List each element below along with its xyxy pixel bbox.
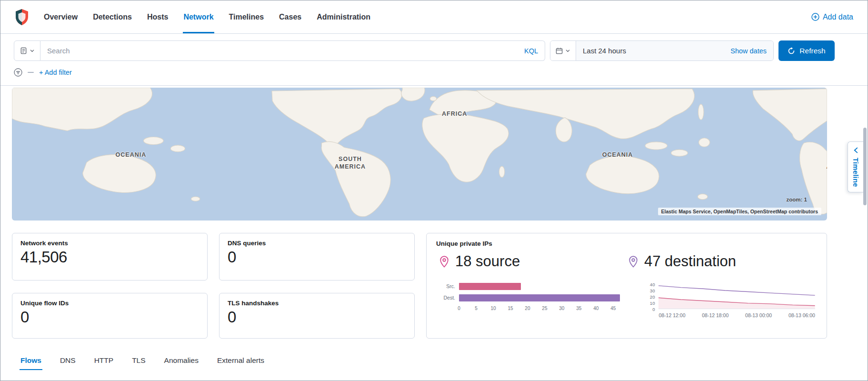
ip-line-yaxis-tick: 40 (650, 282, 655, 287)
ip-line-svg (658, 281, 815, 309)
security-logo[interactable] (15, 9, 29, 26)
filter-icon[interactable] (14, 68, 22, 77)
source-ips-stat: 18 source (439, 253, 628, 270)
ip-bar-axis-tick: 0 (458, 306, 460, 311)
ip-bar (459, 283, 521, 290)
network-tabs: Flows DNS HTTP TLS Anomalies External al… (12, 354, 827, 370)
chevron-left-icon (853, 147, 858, 153)
tab-tls[interactable]: TLS (131, 354, 146, 370)
nav-item-administration[interactable]: Administration (316, 0, 371, 33)
ip-bar (459, 294, 620, 301)
ip-line-yaxis-tick: 30 (650, 288, 655, 293)
network-map[interactable]: OCEANIASOUTH AMERICAAFRICAOCEANIASOUTH A… (12, 88, 827, 221)
ip-bar-category-label: Src. (438, 283, 455, 290)
nav-item-detections[interactable]: Detections (92, 0, 132, 33)
ip-line-xaxis: 08-12 12:0008-12 18:0008-13 00:0008-13 0… (658, 312, 815, 318)
card-title: TLS handshakes (228, 300, 406, 307)
filter-row: + Add filter (14, 67, 835, 78)
tab-dns[interactable]: DNS (59, 354, 77, 370)
source-ips-value: 18 (455, 253, 471, 270)
tls-handshakes-value: 0 (228, 308, 406, 326)
ip-bar-axis-tick: 25 (542, 306, 547, 311)
network-page: OCEANIASOUTH AMERICAAFRICAOCEANIASOUTH A… (0, 86, 868, 370)
filter-divider (28, 72, 34, 73)
source-ips-label: source (476, 253, 520, 270)
unique-ips-bar-chart: Src.Dest. 051015202530354045 (438, 281, 623, 318)
main-nav: Overview Detections Hosts Network Timeli… (43, 0, 371, 33)
search-box: KQL (40, 40, 545, 61)
ip-line-xaxis-tick: 08-12 12:00 (658, 312, 685, 318)
plus-in-circle-icon (811, 13, 819, 21)
unique-flow-ids-value: 0 (20, 308, 199, 326)
map-region-label: SOUTH AMERICA (330, 156, 370, 170)
card-title: DNS queries (228, 240, 406, 247)
date-picker: Last 24 hours Show dates (550, 40, 774, 61)
date-range-display[interactable]: Last 24 hours Show dates (576, 41, 773, 60)
ip-bar-axis-tick: 5 (475, 306, 478, 311)
kpi-cards: Network events 41,506 DNS queries 0 Uniq… (12, 233, 827, 339)
ip-bar-axis-tick: 15 (508, 306, 513, 311)
ip-bar-axis-tick: 20 (525, 306, 530, 311)
network-events-card: Network events 41,506 (12, 233, 208, 281)
destination-pin-icon (628, 255, 639, 268)
ip-line-xaxis-tick: 08-13 00:00 (745, 312, 772, 318)
add-filter-button[interactable]: + Add filter (39, 69, 72, 76)
tab-anomalies[interactable]: Anomalies (163, 354, 200, 370)
chevron-down-icon (30, 48, 35, 53)
tab-http[interactable]: HTTP (93, 354, 114, 370)
top-navigation: Overview Detections Hosts Network Timeli… (0, 0, 868, 34)
ip-line-plot (658, 281, 815, 309)
source-pin-icon (439, 255, 449, 268)
time-range-label: Last 24 hours (583, 47, 626, 55)
query-language-button[interactable]: KQL (524, 47, 538, 55)
nav-item-hosts[interactable]: Hosts (147, 0, 169, 33)
refresh-button[interactable]: Refresh (778, 40, 835, 61)
dns-queries-value: 0 (228, 248, 406, 266)
map-region-label: OCEANIA (116, 151, 147, 159)
refresh-icon (788, 47, 795, 55)
unique-ips-line-chart: 403020100 08-12 12:0008-12 18:0008-13 00… (643, 281, 815, 318)
ip-bar-axis-tick: 35 (576, 306, 581, 311)
card-title: Unique private IPs (436, 240, 817, 247)
ip-bar-axis-tick: 30 (559, 306, 564, 311)
tab-flows[interactable]: Flows (20, 354, 42, 370)
security-shield-icon (15, 9, 29, 26)
refresh-label: Refresh (799, 47, 825, 55)
nav-item-cases[interactable]: Cases (279, 0, 302, 33)
map-region-label: OCEANIA (602, 151, 633, 159)
ip-bar-axis-tick: 10 (490, 306, 496, 311)
ip-bar-axis-tick: 40 (593, 306, 599, 311)
show-dates-button[interactable]: Show dates (730, 47, 767, 55)
scrollbar-thumb[interactable] (863, 128, 867, 205)
timeline-toggle-button[interactable]: Timeline (848, 141, 863, 192)
nav-item-network[interactable]: Network (183, 0, 214, 33)
map-region-label: SOUTH AMERICA (826, 156, 827, 170)
search-input[interactable] (47, 47, 519, 55)
nav-item-timelines[interactable]: Timelines (229, 0, 265, 33)
destination-ips-value: 47 (644, 253, 660, 270)
ip-line-yaxis-tick: 0 (652, 307, 655, 312)
tls-handshakes-card: TLS handshakes 0 (219, 293, 415, 339)
card-title: Unique flow IDs (20, 300, 199, 307)
tab-external-alerts[interactable]: External alerts (216, 354, 265, 370)
nav-item-overview[interactable]: Overview (43, 0, 78, 33)
ip-bar-axis-tick: 45 (610, 306, 616, 311)
timeline-label: Timeline (852, 158, 859, 187)
saved-query-menu-button[interactable] (14, 40, 40, 61)
map-zoom-level: zoom: 1 (787, 197, 807, 202)
date-quick-menu-button[interactable] (550, 41, 576, 60)
ip-line-xaxis-tick: 08-13 06:00 (788, 312, 815, 318)
card-title: Network events (20, 240, 199, 247)
calendar-icon (556, 47, 563, 54)
ip-bar-category-label: Dest. (438, 294, 455, 301)
map-attribution: Elastic Maps Service, OpenMapTiles, Open… (658, 208, 821, 215)
ip-bar-categories: Src.Dest. (438, 281, 455, 318)
network-events-value: 41,506 (20, 248, 199, 266)
add-data-button[interactable]: Add data (811, 13, 853, 21)
map-region-label: AFRICA (442, 110, 467, 118)
ip-line-xaxis-tick: 08-12 18:00 (702, 312, 728, 318)
query-bar-section: KQL Last 24 hours Show dates (0, 34, 868, 86)
add-data-label: Add data (823, 13, 853, 21)
unique-flow-ids-card: Unique flow IDs 0 (12, 293, 208, 339)
dns-queries-card: DNS queries 0 (219, 233, 415, 281)
